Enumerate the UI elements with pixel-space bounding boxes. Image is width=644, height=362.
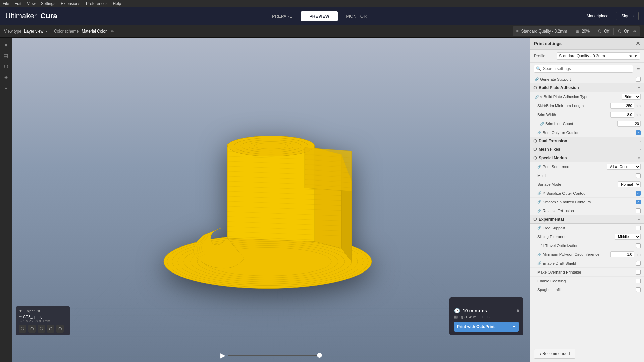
more-options[interactable]: ··· [454,302,519,308]
relative-extrusion-checkbox[interactable] [636,208,641,213]
marketplace-button[interactable]: Marketplace [582,12,613,20]
object-name[interactable]: ✏ CE3_spring [19,314,67,319]
info-icon[interactable]: ℹ [517,308,519,313]
surface-mode-dropdown[interactable]: Normal Surface Both [618,181,641,187]
object-tool-5[interactable]: ⬡ [56,325,64,333]
edit-toolbar-icon[interactable]: ✏ [633,29,637,34]
relative-extrusion-label: Relative Extrusion [543,209,636,213]
titlebar-buttons: Marketplace Sign in [582,12,639,20]
brim-only-outside-checkbox[interactable]: ✓ [636,130,641,135]
print-button[interactable]: Print with OctoPrint ▼ [454,322,519,332]
experimental-arrow[interactable]: ▼ [637,218,641,221]
tab-monitor[interactable]: MONITOR [338,11,375,21]
adhesion-type-select[interactable]: Brim Skirt Raft None [622,94,641,100]
draft-shield-link[interactable]: 🔗 [537,261,541,265]
surface-mode-select[interactable]: Normal Surface Both [618,181,641,187]
signin-button[interactable]: Sign in [616,12,639,20]
print-time: 🕐 10 minutes ℹ [454,308,519,313]
brim-width-input[interactable] [610,112,634,118]
brim-only-outside-link[interactable]: 🔗 [537,131,541,134]
menu-settings[interactable]: Settings [41,1,55,6]
tree-support-label: Tree Support [543,226,636,230]
sidebar-icon-layers[interactable]: ▤ [1,51,11,60]
spaghetti-infill-checkbox[interactable] [636,287,641,292]
relative-extrusion-link[interactable]: 🔗 [537,209,541,213]
brim-line-count-link[interactable]: 🔗 [540,122,544,126]
smooth-spiralized-checkbox[interactable]: ✓ [636,200,641,204]
svg-point-43 [227,136,315,156]
profile-select[interactable]: Standard Quality - 0.2mm ★ ▼ [557,52,640,60]
generate-support-link[interactable]: 🔗 [535,77,539,81]
play-button[interactable]: ▶ [220,351,225,359]
object-tool-3[interactable]: ⬡ [38,325,45,333]
smooth-spiralized-link[interactable]: 🔗 [537,200,541,204]
sidebar-icon-lines[interactable]: ≡ [1,83,11,93]
object-tool-2[interactable]: ⬡ [28,325,36,333]
brim-line-count-row: 🔗 Brim Line Count [530,119,644,128]
print-sequence-dropdown[interactable]: All at Once One at a Time [607,164,641,170]
infill-travel-checkbox[interactable] [636,243,641,248]
enable-coasting-checkbox[interactable] [636,279,641,283]
layer-slider[interactable] [228,355,322,356]
tree-support-checkbox[interactable] [636,226,641,230]
experimental-section[interactable]: ⬡ Experimental ▼ [530,215,644,224]
tab-prepare[interactable]: PREPARE [264,11,301,21]
slicing-tolerance-dropdown[interactable]: Middle Exclusive Inclusive [615,234,641,240]
build-plate-adhesion-arrow[interactable]: ▼ [637,86,641,90]
adhesion-type-label: Build Plate Adhesion Type [544,95,622,99]
mold-row: Mold [530,171,644,180]
dual-extrusion-arrow[interactable]: › [640,139,641,143]
spiralize-reset[interactable]: ↺ [543,191,545,195]
brim-width-row: Brim Width mm [530,110,644,119]
color-scheme-value[interactable]: Material Color [82,29,107,34]
spaghetti-infill-row: Spaghetti Infill [530,285,644,294]
edit-color-icon[interactable]: ✏ [111,29,114,34]
tree-support-link[interactable]: 🔗 [537,226,541,230]
overhang-printable-checkbox[interactable] [636,270,641,275]
print-sequence-select[interactable]: All at Once One at a Time [607,164,641,170]
menu-preferences[interactable]: Preferences [86,1,108,6]
support-value: Off [604,29,609,34]
print-sequence-link[interactable]: 🔗 [537,165,541,169]
spiralize-checkbox[interactable]: ✓ [636,191,641,196]
menu-extensions[interactable]: Extensions [61,1,80,6]
special-modes-section[interactable]: ⬡ Special Modes ▼ [530,154,644,162]
sidebar-icon-xray[interactable]: ◈ [1,72,11,82]
menu-view[interactable]: View [27,1,36,6]
menu-help[interactable]: Help [113,1,121,6]
object-tool-4[interactable]: ⬡ [47,325,54,333]
sidebar-icon-wireframe[interactable]: ⬡ [1,62,11,71]
generate-support-checkbox[interactable] [636,77,641,82]
spiralize-link[interactable]: 🔗 [537,191,541,195]
mesh-fixes-arrow[interactable]: › [640,148,641,152]
adhesion-type-reset[interactable]: ↺ [540,95,543,99]
build-plate-adhesion-label: Build Plate Adhesion [539,85,579,90]
settings-menu-icon[interactable]: ☰ [636,66,640,71]
recommended-button[interactable]: ‹ Recommended [534,349,575,359]
mold-checkbox[interactable] [636,173,641,178]
mesh-fixes-section[interactable]: ⬡ Mesh Fixes › [530,145,644,154]
menu-edit[interactable]: Edit [14,1,21,6]
build-plate-adhesion-section[interactable]: ⬡ Build Plate Adhesion ▼ [530,84,644,92]
sidebar-icon-solid[interactable]: ■ [1,40,11,50]
object-tool-1[interactable]: ⬡ [19,325,26,333]
special-modes-arrow[interactable]: ▼ [637,156,641,160]
viewport: ▼ Object list ✏ CE3_spring 52.5 x 26.8 x… [12,38,530,362]
print-dropdown-arrow[interactable]: ▼ [512,324,516,329]
draft-shield-checkbox[interactable] [636,261,641,266]
adhesion-type-link[interactable]: 🔗 [535,95,539,99]
min-polygon-link[interactable]: 🔗 [537,253,541,256]
search-input[interactable] [534,65,633,73]
close-panel-button[interactable]: ✕ [636,40,640,47]
color-scheme-label: Color scheme [54,29,79,34]
dual-extrusion-section[interactable]: ⬡ Dual Extrusion › [530,137,644,145]
brim-line-count-input[interactable] [617,121,641,127]
min-polygon-input[interactable] [610,251,634,257]
adhesion-type-dropdown[interactable]: Brim Skirt Raft None [622,94,641,100]
view-type-value[interactable]: Layer view [24,29,43,34]
slicing-tolerance-select[interactable]: Middle Exclusive Inclusive [615,234,641,240]
menu-file[interactable]: File [3,1,9,6]
tab-preview[interactable]: PREVIEW [301,11,338,21]
skirt-brim-min-input[interactable] [610,103,634,109]
chevron-left-icon[interactable]: ‹ [46,29,47,34]
